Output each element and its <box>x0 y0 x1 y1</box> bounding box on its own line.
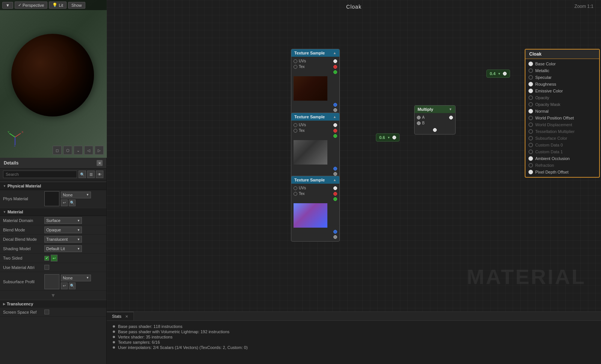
texture-sample-node-2[interactable]: Texture Sample ▲ UVs Tex <box>291 113 340 178</box>
texture-2-uvs-out[interactable] <box>333 123 337 127</box>
material-domain-select[interactable]: Surface ▼ <box>44 217 82 224</box>
cloak-custom0-pin[interactable] <box>528 143 533 147</box>
texture-2-extra-pin[interactable] <box>333 167 337 171</box>
list-view-button[interactable]: ☰ <box>87 171 95 178</box>
cloak-ao-pin[interactable] <box>528 156 533 161</box>
texture-2-tex-pin[interactable] <box>294 129 297 133</box>
multiply-out-pin[interactable] <box>449 116 453 119</box>
use-material-checkbox[interactable] <box>44 265 49 270</box>
shading-model-select[interactable]: Default Lit ▼ <box>44 245 82 252</box>
texture-1-last-pin[interactable] <box>333 108 337 112</box>
stats-close-icon[interactable]: ✕ <box>125 314 128 319</box>
search-icon-button[interactable]: 🔍 <box>79 171 86 178</box>
icon-btn-1[interactable]: ◻ <box>53 146 62 155</box>
decal-blend-select[interactable]: Translucent ▼ <box>44 236 82 243</box>
texture-sample-node-1[interactable]: Texture Sample ▲ UVs Tex <box>291 49 340 115</box>
texture-3-tex-pin[interactable] <box>294 192 297 196</box>
show-button[interactable]: Show <box>68 2 85 9</box>
multiply-arrow[interactable]: ▼ <box>449 107 452 111</box>
texture-2-tex-out[interactable] <box>333 129 337 133</box>
texture-3-last-pin[interactable] <box>333 235 337 239</box>
node-editor[interactable]: Cloak Zoom 1:1 MATERIAL <box>107 0 601 311</box>
two-sided-action[interactable]: ↩ <box>51 255 58 261</box>
texture-3-arrow[interactable]: ▲ <box>333 178 336 182</box>
cloak-refraction-pin[interactable] <box>528 163 533 168</box>
cloak-specular-pin[interactable] <box>528 75 533 80</box>
cloak-roughness-pin[interactable] <box>528 82 533 86</box>
browse-button[interactable]: 🔍 <box>69 199 76 206</box>
icon-btn-5[interactable]: ▷ <box>95 146 104 155</box>
icon-btn-3[interactable]: ⌄ <box>74 146 83 155</box>
stats-tab[interactable]: Stats ✕ <box>107 312 134 320</box>
cloak-normal-pin[interactable] <box>528 109 533 113</box>
perspective-label: Perspective <box>23 3 44 8</box>
const-06-pin[interactable] <box>392 136 396 139</box>
two-sided-checkbox[interactable] <box>44 256 49 261</box>
texture-1-uvs-pin[interactable] <box>294 59 297 63</box>
cloak-subsurface-pin[interactable] <box>528 136 533 140</box>
subsurface-select[interactable]: None ▼ <box>61 275 91 281</box>
texture-1-extra-pin[interactable] <box>333 103 337 107</box>
cloak-opacity-pin[interactable] <box>528 95 533 100</box>
texture-3-rgb-row <box>291 196 339 202</box>
const-04-node[interactable]: 0.4 ▼ <box>486 69 510 78</box>
subsurface-swatch[interactable] <box>44 274 59 289</box>
cloak-emissive-pin[interactable] <box>528 89 533 93</box>
icon-btn-4[interactable]: ◁ <box>84 146 93 155</box>
cloak-metallic-pin[interactable] <box>528 68 533 73</box>
search-input[interactable] <box>3 171 77 178</box>
stats-item-4: Texture samplers: 6/16 <box>113 340 595 345</box>
texture-1-rgb-pin[interactable] <box>333 70 337 74</box>
viewport-mode-button[interactable]: ▼ <box>2 2 13 9</box>
multiply-a-in[interactable] <box>417 116 421 119</box>
blend-mode-select[interactable]: Opaque ▼ <box>44 227 82 233</box>
texture-1-tex-pin[interactable] <box>294 65 297 69</box>
svg-text:X: X <box>21 130 24 134</box>
cloak-tess-pin[interactable] <box>528 129 533 134</box>
texture-3-uvs-out[interactable] <box>333 186 337 190</box>
perspective-button[interactable]: ✓ Perspective <box>15 2 47 9</box>
cloak-base-color-pin[interactable] <box>528 62 533 66</box>
const-04-pin[interactable] <box>503 72 507 76</box>
phys-material-swatch[interactable] <box>44 191 59 206</box>
multiply-node[interactable]: Multiply ▼ A B <box>414 105 456 134</box>
texture-1-tex-out-pin[interactable] <box>333 65 337 69</box>
texture-2-rgb-pin[interactable] <box>333 134 337 138</box>
cloak-node[interactable]: Cloak Base Color Metallic <box>525 49 600 178</box>
screen-space-checkbox[interactable] <box>44 310 49 314</box>
cloak-custom1-pin[interactable] <box>528 150 533 154</box>
multiply-b-in[interactable] <box>417 121 421 125</box>
texture-3-uvs-pin[interactable] <box>294 186 297 190</box>
texture-3-rgb-pin[interactable] <box>333 197 337 201</box>
const-06-node[interactable]: 0.6 ▼ <box>376 133 400 142</box>
material-section[interactable]: Material <box>0 208 106 216</box>
stats-bullet-5 <box>113 346 115 349</box>
eye-button[interactable]: 👁 <box>96 171 103 178</box>
lit-button[interactable]: 💡 Lit <box>49 2 67 9</box>
texture-2-arrow[interactable]: ▲ <box>333 115 336 119</box>
cloak-world-disp-pin[interactable] <box>528 122 533 127</box>
const-06-arrow[interactable]: ▼ <box>387 136 390 139</box>
texture-1-arrow[interactable]: ▲ <box>333 51 336 55</box>
texture-3-extra-pin[interactable] <box>333 230 337 234</box>
icon-btn-2[interactable]: ⬡ <box>63 146 72 155</box>
texture-3-tex-out[interactable] <box>333 192 337 196</box>
subsurface-browse[interactable]: 🔍 <box>69 282 76 289</box>
scroll-down-icon[interactable]: ▼ <box>51 292 56 298</box>
physical-material-section[interactable]: Physical Material <box>0 182 106 190</box>
reset-button[interactable]: ↩ <box>61 199 68 206</box>
texture-sample-node-3[interactable]: Texture Sample ▲ UVs Tex <box>291 176 340 242</box>
subsurface-reset[interactable]: ↩ <box>61 282 68 289</box>
translucency-section[interactable]: Translucency <box>0 300 106 308</box>
cloak-world-pos-pin[interactable] <box>528 116 533 120</box>
cloak-pixel-depth-pin[interactable] <box>528 170 533 174</box>
texture-2-last-pin[interactable] <box>333 172 337 176</box>
multiply-extra-pin[interactable] <box>433 128 437 132</box>
texture-1-uvs-out-pin[interactable] <box>333 59 337 63</box>
details-close-button[interactable]: ✕ <box>97 160 103 166</box>
phys-material-select[interactable]: None ▼ <box>61 192 91 198</box>
cloak-opacity-mask-pin[interactable] <box>528 102 533 107</box>
const-04-arrow[interactable]: ▼ <box>498 72 501 76</box>
phys-material-row: Phys Material None ▼ ↩ 🔍 <box>0 190 106 208</box>
texture-2-uvs-pin[interactable] <box>294 123 297 127</box>
